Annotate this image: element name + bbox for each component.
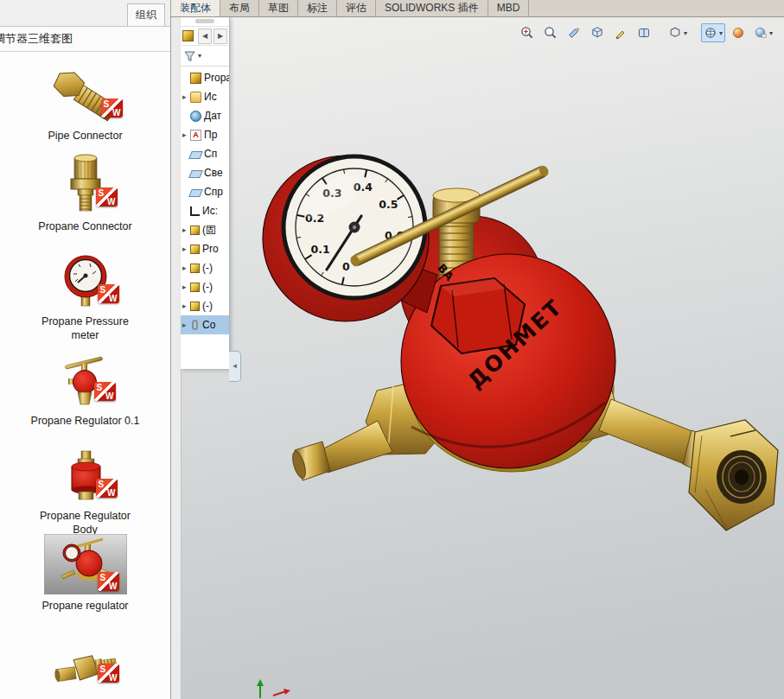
tree-item[interactable]: Дат xyxy=(181,106,229,125)
part-caption: Propane regulator xyxy=(29,600,142,613)
ribbon-tab[interactable]: 布局 xyxy=(220,0,259,16)
panel-collapse-tab[interactable]: ◂ xyxy=(229,351,241,382)
display-style-button[interactable]: ▾ xyxy=(666,23,690,42)
pane-scroll-left-button[interactable]: ◀ xyxy=(198,29,212,44)
ribbon-tab[interactable]: 标注 xyxy=(298,0,337,16)
apply-scene-button[interactable]: ▾ xyxy=(751,23,775,42)
part-icon xyxy=(190,245,200,254)
ribbon-tab[interactable]: SOLIDWORKS 插件 xyxy=(376,0,488,16)
caret-down-icon: ▾ xyxy=(769,29,773,37)
tree-item[interactable]: ▸AПр xyxy=(181,125,229,144)
sw-badge-s: S xyxy=(99,188,105,198)
tree-item[interactable]: ▸(-) xyxy=(181,277,229,296)
ribbon-tab[interactable]: 评估 xyxy=(337,0,376,16)
list-item[interactable]: S W xyxy=(0,646,170,699)
filter-funnel-icon[interactable] xyxy=(183,50,196,62)
pane-scroll-right-button[interactable]: ▶ xyxy=(214,29,227,44)
expand-arrow-icon[interactable]: ▸ xyxy=(182,130,190,139)
tree-item-label: Дат xyxy=(204,110,221,122)
expand-arrow-icon[interactable]: ▸ xyxy=(182,321,190,329)
expand-arrow-icon[interactable]: ▸ xyxy=(182,245,190,253)
feature-manager-panel: ◀ ▶ ▾ Propan▸ИсДат▸AПрСпСвеСпрИс:▸(固▸Pro… xyxy=(181,16,230,369)
ribbon-tab[interactable]: 装配体 xyxy=(170,0,220,16)
caret-down-icon: ▾ xyxy=(719,29,723,37)
gauge-label: 0.5 xyxy=(379,198,398,211)
sw-badge-s: S xyxy=(100,664,106,674)
hide-show-items-button[interactable] xyxy=(634,23,654,42)
part-icon xyxy=(190,226,200,235)
zoom-to-area-button[interactable] xyxy=(517,23,538,42)
expand-arrow-icon[interactable]: ▸ xyxy=(182,283,190,291)
tree-item-label: Ис: xyxy=(202,205,218,217)
sw-badge-s: S xyxy=(99,480,105,489)
feature-tree: Propan▸ИсДат▸AПрСпСвеСпрИс:▸(固▸Pro▸(-)▸(… xyxy=(181,67,229,334)
tree-item-label: Со xyxy=(202,319,215,331)
tree-item-label: Pro xyxy=(202,243,219,255)
zoom-to-fit-button[interactable] xyxy=(540,23,561,42)
caret-down-icon[interactable]: ▾ xyxy=(198,52,201,60)
part-caption: Propane Regulator 0.1 xyxy=(29,415,142,429)
graphics-viewport[interactable]: 00.10.20.30.40.50.6 ДОНМЕТ ВА xyxy=(170,16,784,699)
folder-icon xyxy=(190,92,201,103)
expand-arrow-icon[interactable]: ▸ xyxy=(182,264,190,272)
list-item[interactable]: S W Propane Connector xyxy=(0,151,170,234)
list-item[interactable]: S W Propane Pressure meter xyxy=(0,253,170,342)
list-item[interactable]: S W Propane regulator xyxy=(0,534,170,613)
gauge-label: 0.1 xyxy=(311,243,330,256)
tree-item-label: (固 xyxy=(202,223,216,238)
tree-item-label: Сп xyxy=(204,148,217,160)
sw-badge-w: W xyxy=(105,391,113,401)
tree-item[interactable]: ▸Pro xyxy=(181,239,229,258)
sw-badge-s: S xyxy=(100,573,106,582)
list-item[interactable]: S W Propane Regulator Body xyxy=(0,448,170,537)
tree-item-label: Пр xyxy=(204,129,217,141)
panel-grip[interactable] xyxy=(181,16,229,27)
tree-item[interactable]: ▸Со xyxy=(181,315,229,334)
tree-item[interactable]: Сп xyxy=(181,144,229,163)
expand-arrow-icon[interactable]: ▸ xyxy=(182,302,190,310)
panel-tab-strip: ◀ ▶ xyxy=(181,27,229,46)
ribbon-tab[interactable]: 草图 xyxy=(259,0,298,16)
tree-item-label: (-) xyxy=(202,281,213,293)
tree-item[interactable]: ▸(-) xyxy=(181,296,229,315)
ribbon-tab[interactable]: MBD xyxy=(488,0,530,16)
mates-icon xyxy=(192,320,198,330)
view-orientation-button[interactable] xyxy=(587,23,608,42)
expand-arrow-icon[interactable]: ▸ xyxy=(182,226,190,234)
tree-item[interactable]: Спр xyxy=(181,182,229,201)
part-caption: Propane Pressure meter xyxy=(29,315,142,342)
tree-item-label: (-) xyxy=(202,300,213,312)
solidworks-badge: S W xyxy=(96,187,118,207)
tab-organize[interactable]: 组织 xyxy=(127,3,165,26)
view-settings-button[interactable]: ▾ xyxy=(701,23,725,42)
list-item[interactable]: S W Propane Regulator 0.1 xyxy=(0,356,170,429)
list-item[interactable]: S W Pipe Connector xyxy=(0,71,170,143)
tree-item[interactable]: Propan xyxy=(181,68,229,87)
solidworks-main-area: 装配体布局草图标注评估SOLIDWORKS 插件MBD xyxy=(170,0,784,699)
featuremanager-tab-icon[interactable] xyxy=(182,30,194,41)
dynamic-annotation-button[interactable] xyxy=(610,23,631,42)
sw-badge-w: W xyxy=(107,197,115,207)
part-caption: Propane Connector xyxy=(29,220,142,234)
part-icon xyxy=(190,264,200,273)
tree-item[interactable]: ▸(固 xyxy=(181,220,229,239)
solidworks-badge: S W xyxy=(98,284,119,303)
tree-item[interactable]: Ис: xyxy=(181,201,229,220)
solidworks-badge: S W xyxy=(96,479,118,498)
sw-badge-w: W xyxy=(109,294,117,303)
tree-item-label: Ис xyxy=(204,91,217,103)
gauge-label: 0 xyxy=(342,260,350,273)
caret-down-icon: ▾ xyxy=(684,29,687,37)
sw-badge-s: S xyxy=(104,99,110,109)
tree-item-label: Спр xyxy=(204,186,223,198)
library-title: 调节器三维套图 xyxy=(0,27,170,52)
part-icon xyxy=(190,283,200,292)
tree-item[interactable]: ▸(-) xyxy=(181,258,229,277)
edit-appearance-button[interactable] xyxy=(728,23,749,42)
sw-badge-s: S xyxy=(97,383,103,392)
section-view-button[interactable] xyxy=(564,23,584,42)
tree-item[interactable]: Све xyxy=(181,163,229,182)
expand-arrow-icon[interactable]: ▸ xyxy=(182,92,190,101)
tree-item[interactable]: ▸Ис xyxy=(181,87,229,106)
solidworks-badge: S W xyxy=(94,382,116,401)
